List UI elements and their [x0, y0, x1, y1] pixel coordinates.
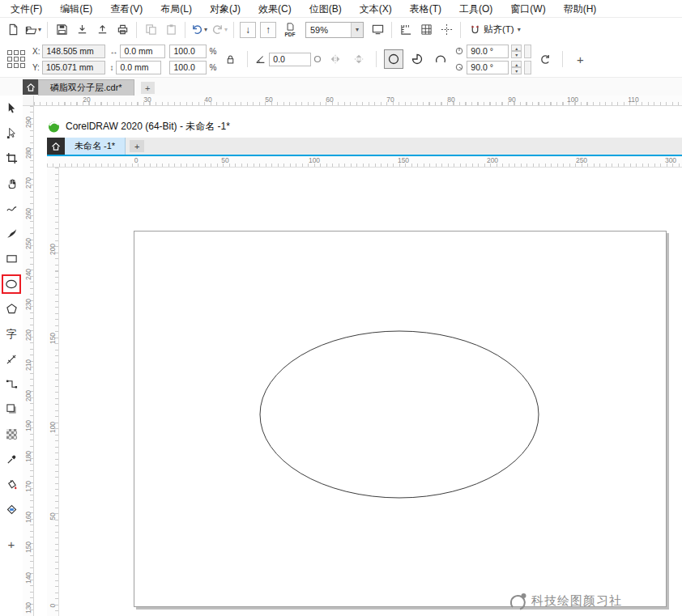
import-dialog-button[interactable]: ↓ [238, 20, 258, 40]
ruler-number: 280 [24, 146, 32, 160]
menu-layout[interactable]: 布局(L) [151, 0, 201, 18]
object-width-field[interactable]: 0.0 mm [120, 45, 165, 58]
text-tool[interactable]: 字 [0, 321, 23, 346]
spin-down-icon[interactable]: ▾ [511, 67, 522, 74]
open-document-button[interactable]: ▾ [23, 20, 43, 40]
page[interactable] [134, 231, 667, 607]
start-angle-stepper[interactable] [524, 45, 531, 58]
lock-ratio-button[interactable] [220, 49, 240, 69]
polygon-icon [6, 303, 18, 315]
dimension-tool[interactable] [0, 346, 23, 372]
ellipse-tool[interactable] [0, 271, 23, 296]
object-origin-selector[interactable] [7, 50, 25, 68]
rectangle-tool[interactable] [0, 246, 23, 271]
ruler-number: 60 [326, 96, 333, 104]
fullscreen-preview-button[interactable] [368, 20, 387, 40]
start-angle-spinner[interactable]: ▴▾ [511, 45, 522, 58]
menu-bitmaps[interactable]: 位图(B) [301, 0, 351, 18]
dimension-icon [6, 353, 18, 365]
ruler-number: 0 [49, 598, 57, 613]
ellipse-mode-icon [387, 53, 400, 66]
more-tools-button[interactable]: + [0, 532, 23, 557]
export-button[interactable] [92, 20, 112, 40]
spin-up-icon[interactable]: ▴ [511, 61, 522, 68]
scale-y-field[interactable]: 100.0 [169, 61, 207, 74]
watermark-logo-icon [505, 590, 528, 611]
show-rulers-button[interactable] [396, 20, 416, 40]
menu-help[interactable]: 帮助(H) [555, 0, 606, 18]
shape-tool[interactable] [0, 121, 23, 146]
new-document-button[interactable] [3, 20, 23, 40]
ruler-number: 50 [221, 156, 228, 164]
pan-tool[interactable] [0, 171, 23, 196]
brush-icon [6, 227, 18, 240]
freehand-tool[interactable] [0, 196, 23, 221]
artistic-media-tool[interactable] [0, 221, 23, 246]
menu-view[interactable]: 查看(V) [101, 0, 151, 18]
print-button[interactable] [113, 20, 132, 40]
menu-text[interactable]: 文本(X) [351, 0, 401, 18]
end-angle-spinner[interactable]: ▴▾ [511, 61, 522, 74]
menu-object[interactable]: 对象(J) [201, 0, 249, 18]
snap-to-dropdown[interactable]: 贴齐(T) ▾ [465, 21, 526, 39]
save-button[interactable] [52, 20, 71, 40]
magnet-icon [470, 24, 480, 35]
export-dialog-button[interactable]: ↑ [258, 20, 278, 40]
ruler-number: 180 [24, 449, 32, 464]
transparency-tool[interactable] [0, 422, 23, 447]
spin-down-icon[interactable]: ▾ [511, 51, 522, 58]
horizontal-ruler[interactable]: 20 30 40 50 60 70 80 90 100 110 [34, 96, 682, 106]
inner-new-tab-button[interactable]: + [130, 140, 144, 152]
show-grid-button[interactable] [416, 20, 436, 40]
chevron-down-icon[interactable]: ▾ [204, 26, 207, 33]
chevron-down-icon[interactable]: ▾ [38, 26, 41, 33]
separator [247, 51, 248, 67]
end-angle-field[interactable]: 90.0 ° [467, 61, 509, 74]
arc-mode-button[interactable] [431, 49, 450, 69]
show-guidelines-button[interactable] [437, 20, 456, 40]
menu-file[interactable]: 文件(F) [2, 0, 51, 18]
property-bar: X:148.505 mm Y:105.071 mm ↔0.0 mm ↕0.0 m… [0, 41, 682, 78]
rotation-angle-field[interactable]: 0.0 [269, 53, 311, 66]
new-document-tab-button[interactable]: + [141, 82, 155, 94]
y-position-field[interactable]: 105.071 mm [42, 61, 105, 74]
drawing-area[interactable]: CorelDRAW 2020 (64-Bit) - 未命名 -1* 未命名 -1… [34, 106, 682, 616]
undo-button[interactable]: ▾ [190, 20, 209, 40]
ellipse-shape[interactable] [134, 232, 666, 606]
import-button[interactable] [72, 20, 92, 40]
pie-mode-button[interactable] [407, 49, 427, 69]
menu-edit[interactable]: 编辑(E) [51, 0, 101, 18]
interactive-fill-tool[interactable] [0, 497, 23, 522]
shadow-tool[interactable] [0, 397, 23, 422]
standard-toolbar: ▾ ▾ ▾ ↓ ↑ PDF 59% ▾ 贴齐(T) ▾ [0, 18, 682, 41]
connector-tool[interactable] [0, 372, 23, 397]
ellipse-mode-button[interactable] [384, 49, 403, 69]
toolbox: 字 + [0, 96, 23, 616]
scale-x-field[interactable]: 100.0 [169, 45, 207, 58]
inner-home-button[interactable] [47, 138, 65, 155]
fill-tool[interactable] [0, 472, 23, 497]
home-button[interactable] [23, 79, 38, 95]
pick-tool[interactable] [0, 96, 23, 121]
zoom-level-combobox[interactable]: 59% ▾ [305, 22, 364, 38]
inner-document-tab[interactable]: 未命名 -1* [65, 138, 126, 155]
crop-tool[interactable] [0, 146, 23, 171]
spin-up-icon[interactable]: ▴ [511, 45, 522, 52]
document-tab[interactable]: 磷脂双分子层.cdr* [38, 79, 134, 96]
change-direction-button[interactable] [535, 49, 555, 69]
publish-pdf-button[interactable]: PDF [279, 20, 301, 40]
menu-table[interactable]: 表格(T) [401, 0, 450, 18]
menu-window[interactable]: 窗口(W) [501, 0, 554, 18]
menu-effects[interactable]: 效果(C) [249, 0, 301, 18]
end-angle-stepper[interactable] [524, 61, 531, 74]
start-angle-field[interactable]: 90.0 ° [467, 45, 509, 58]
x-position-field[interactable]: 148.505 mm [42, 45, 105, 58]
menu-tools[interactable]: 工具(O) [450, 0, 501, 18]
vertical-ruler[interactable]: 290 280 270 260 250 240 230 220 210 200 … [23, 106, 34, 616]
object-height-field[interactable]: 0.0 mm [116, 61, 161, 74]
separator [47, 22, 48, 38]
eyedropper-tool[interactable] [0, 447, 23, 472]
polygon-tool[interactable] [0, 296, 23, 321]
zoom-dropdown-button[interactable]: ▾ [351, 23, 363, 37]
add-property-button[interactable]: + [570, 49, 590, 69]
